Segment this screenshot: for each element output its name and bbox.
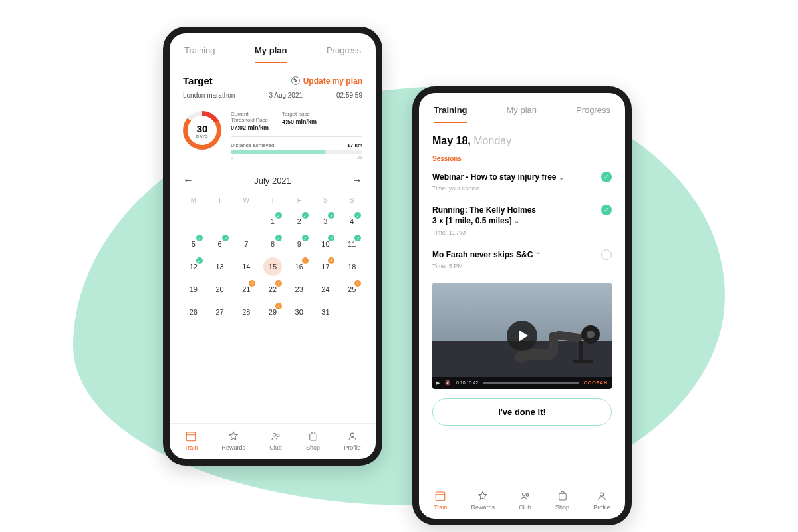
prev-month-button[interactable]: ← [183, 174, 194, 186]
session-video[interactable]: ▶ 🔇 0:10 / 5:42 COOPAH [432, 283, 612, 389]
svg-point-19 [600, 493, 603, 496]
day-todo-badge: ! [302, 257, 309, 264]
play-icon[interactable]: ▶ [436, 380, 440, 386]
target-event: London marathon [183, 92, 235, 99]
next-month-button[interactable]: → [352, 174, 362, 186]
calendar-day[interactable]: 3✓ [313, 212, 339, 231]
distance-label: Distance achieved [231, 142, 274, 148]
calendar-day[interactable]: 11✓ [338, 235, 365, 253]
video-progress[interactable] [483, 382, 579, 384]
video-controls[interactable]: ▶ 🔇 0:10 / 5:42 COOPAH [432, 377, 612, 389]
session-time: Time: 11 AM [432, 229, 596, 236]
tab-progress[interactable]: Progress [576, 105, 610, 123]
calendar-day[interactable]: 17! [313, 257, 339, 276]
session-item[interactable]: Running: The Kelly Holmes 3 x [1 mile, 0… [419, 200, 625, 243]
calendar-day[interactable]: 20 [207, 280, 233, 299]
calendar-day[interactable]: 5✓ [180, 235, 207, 253]
distance-value: 17 km [347, 142, 362, 148]
calendar-day[interactable]: 18 [338, 257, 365, 276]
chevron-up-icon[interactable]: ⌃ [535, 251, 541, 259]
nav-club[interactable]: Club [519, 490, 531, 511]
nav-train[interactable]: Train [434, 490, 447, 511]
nav-label: Club [269, 444, 282, 451]
calendar-dow: S [313, 193, 339, 208]
people-icon [270, 430, 282, 442]
nav-rewards[interactable]: Rewards [471, 490, 495, 511]
nav-club[interactable]: Club [269, 430, 282, 451]
calendar-grid: MTWTFSS1✓2✓3✓4✓5✓6✓78✓9✓10✓11✓12✓1314151… [170, 193, 376, 336]
calendar-day[interactable]: 12✓ [180, 257, 207, 276]
done-button[interactable]: I've done it! [432, 398, 612, 426]
play-button[interactable] [507, 321, 537, 351]
calendar-day[interactable]: 26 [180, 303, 207, 321]
calendar-day[interactable]: 29! [259, 303, 286, 321]
calendar-day[interactable]: 9✓ [286, 235, 313, 253]
update-plan-link[interactable]: ✎ Update my plan [291, 76, 362, 86]
calendar-day[interactable]: 23 [286, 280, 313, 299]
svg-point-16 [522, 493, 525, 497]
calendar-icon [434, 490, 446, 502]
metrics-block: 30 DAYS Current Threshold Pace 07:02 min… [170, 111, 376, 160]
session-item[interactable]: Mo Farah never skips S&C⌃Time: 5 PM [419, 244, 625, 277]
day-done-badge: ✓ [275, 212, 282, 219]
calendar-day[interactable]: 7 [233, 235, 259, 253]
nav-train[interactable]: Train [184, 430, 198, 451]
svg-rect-13 [573, 360, 593, 363]
calendar-day[interactable]: 27 [207, 303, 233, 321]
session-item[interactable]: Webinar - How to stay injury free⌄Time: … [419, 166, 625, 200]
calendar-day[interactable]: 25! [338, 280, 365, 299]
calendar-day[interactable]: 6✓ [207, 235, 233, 253]
video-brand: COOPAH [584, 380, 608, 385]
calendar-day[interactable]: 4✓ [338, 212, 365, 231]
calendar-day[interactable]: 8✓ [259, 235, 286, 253]
check-done-icon[interactable]: ✓ [601, 205, 612, 215]
target-pace-label: Target pace [282, 111, 317, 117]
calendar-day[interactable]: 2✓ [286, 212, 313, 231]
calendar-dow: F [286, 193, 313, 208]
distance-max: 21 [357, 155, 362, 160]
calendar-day[interactable]: 15 [263, 257, 282, 276]
calendar-day[interactable]: 14 [233, 257, 259, 276]
nav-profile[interactable]: Profile [344, 430, 361, 451]
tab-progress[interactable]: Progress [327, 45, 361, 63]
nav-rewards[interactable]: Rewards [222, 430, 246, 451]
tab-training[interactable]: Training [434, 105, 467, 123]
session-title: Mo Farah never skips S&C⌃ [432, 249, 596, 260]
calendar-day[interactable]: 16! [286, 257, 313, 276]
calendar-day[interactable]: 24 [313, 280, 339, 299]
date-heading: May 18, Monday [419, 123, 625, 148]
star-icon [227, 430, 239, 442]
day-done-badge: ✓ [275, 235, 282, 241]
tab-myplan[interactable]: My plan [255, 45, 287, 63]
check-open-icon[interactable] [601, 249, 612, 260]
chevron-down-icon[interactable]: ⌄ [514, 217, 519, 225]
calendar-day[interactable]: 13 [207, 257, 233, 276]
nav-shop[interactable]: Shop [306, 430, 320, 451]
tab-training[interactable]: Training [184, 45, 215, 63]
calendar-day[interactable]: 31 [313, 303, 339, 321]
countdown-value: 30 [197, 123, 208, 134]
calendar-day[interactable]: 30 [286, 303, 313, 321]
nav-label: Profile [344, 444, 361, 451]
nav-shop[interactable]: Shop [555, 490, 569, 511]
calendar-day[interactable]: 22! [259, 280, 286, 299]
calendar-dow: T [259, 193, 286, 208]
calendar-day[interactable]: 21! [233, 280, 259, 299]
day-done-badge: ✓ [302, 212, 309, 219]
pencil-icon: ✎ [291, 76, 300, 85]
person-icon [596, 490, 608, 502]
tab-myplan[interactable]: My plan [507, 105, 537, 123]
session-time: Time: 5 PM [432, 263, 596, 269]
calendar-day[interactable]: 19 [180, 280, 207, 299]
check-done-icon[interactable]: ✓ [601, 172, 612, 182]
nav-profile[interactable]: Profile [593, 490, 610, 511]
calendar-dow: T [207, 193, 233, 208]
calendar-day [233, 212, 259, 231]
calendar-day[interactable]: 1✓ [259, 212, 286, 231]
nav-label: Club [519, 504, 531, 511]
calendar-day[interactable]: 28 [233, 303, 259, 321]
mute-icon[interactable]: 🔇 [445, 380, 451, 386]
chevron-down-icon[interactable]: ⌄ [559, 174, 564, 181]
calendar-day[interactable]: 10✓ [313, 235, 339, 253]
sessions-list: Webinar - How to stay injury free⌄Time: … [419, 166, 625, 277]
